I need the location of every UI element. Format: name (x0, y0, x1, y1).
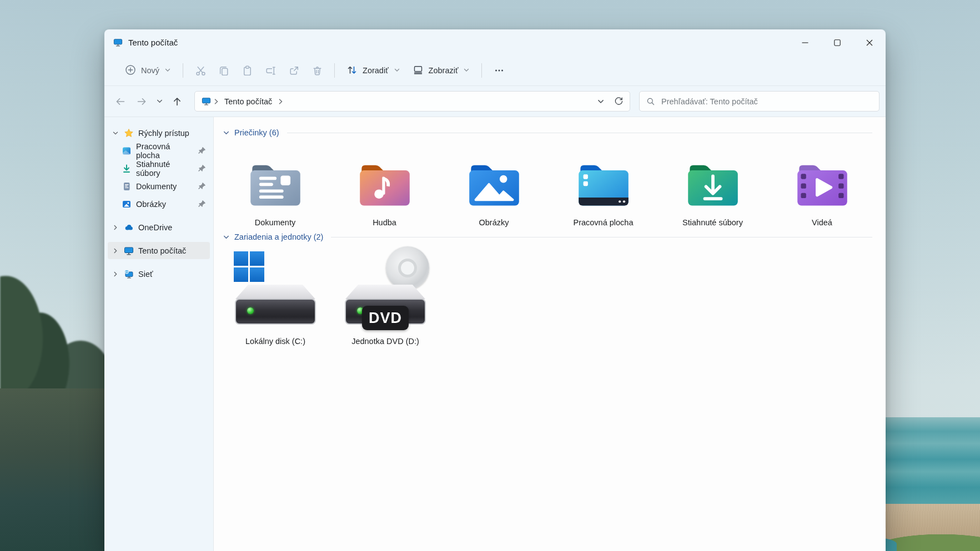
folders-grid: Dokumenty Hudba (220, 144, 877, 227)
drive-tile-local-disk[interactable]: Lokálny disk (C:) (220, 248, 330, 346)
sidebar-item-network[interactable]: Sieť (108, 265, 210, 282)
breadcrumb-root[interactable]: Tento počítač (221, 95, 275, 108)
drive-led (247, 307, 254, 314)
pictures-folder-icon (466, 160, 522, 208)
this-pc-icon (202, 97, 211, 106)
sidebar-item-label: Rýchly prístup (138, 129, 189, 138)
sidebar-item-label: Obrázky (136, 200, 166, 209)
maximize-button[interactable] (821, 29, 853, 55)
desktop-folder-icon (576, 160, 631, 208)
toolbar-separator (183, 63, 183, 78)
sidebar-item-label: OneDrive (138, 223, 172, 232)
close-button[interactable] (853, 29, 886, 55)
address-bar-row: Tento počítač (104, 86, 886, 117)
pin-icon (198, 164, 206, 173)
document-icon (122, 181, 132, 191)
hard-drive-icon (235, 285, 316, 325)
pin-icon (198, 200, 206, 208)
breadcrumb-chevron-icon (212, 98, 220, 105)
address-bar[interactable]: Tento počítač (194, 91, 630, 112)
cut-button[interactable] (189, 60, 212, 81)
recent-locations-button[interactable] (152, 91, 167, 112)
sidebar-item-label: Pracovná plocha (136, 142, 193, 160)
address-dropdown-button[interactable] (592, 93, 610, 110)
folder-tile-videos[interactable]: Videá (767, 144, 877, 227)
sidebar-item-onedrive[interactable]: OneDrive (108, 219, 210, 236)
view-button[interactable]: Zobraziť (406, 60, 476, 82)
local-disk-icon (234, 248, 317, 331)
sidebar-item-pictures[interactable]: Obrázky (108, 195, 210, 213)
sidebar-item-desktop[interactable]: Pracovná plocha (108, 142, 210, 159)
this-pc-icon (113, 38, 123, 47)
folder-label: Pracovná plocha (573, 218, 633, 227)
pin-icon (198, 182, 206, 190)
drive-label: Jednotka DVD (D:) (351, 337, 419, 346)
delete-button[interactable] (305, 60, 329, 81)
toolbar-separator (481, 63, 482, 78)
devices-grid: Lokálny disk (C:) DVD Jednotka (220, 248, 877, 346)
folder-label: Stiahnuté súbory (682, 218, 743, 227)
sidebar-item-label: Dokumenty (136, 182, 177, 191)
share-button[interactable] (282, 60, 305, 81)
download-icon (122, 164, 132, 174)
downloads-folder-icon (685, 160, 741, 208)
onedrive-cloud-icon (124, 223, 134, 232)
sidebar-item-downloads[interactable]: Stiahnuté súbory (108, 160, 210, 177)
chevron-down-icon[interactable] (112, 130, 119, 137)
section-divider (331, 237, 872, 237)
view-icon (413, 64, 424, 77)
search-input[interactable] (661, 97, 872, 106)
sort-button[interactable]: Zoradiť (340, 60, 406, 82)
more-options-button[interactable] (488, 60, 511, 81)
chevron-right-icon[interactable] (112, 224, 119, 231)
new-button[interactable]: Nový (119, 60, 177, 82)
chevron-right-icon[interactable] (112, 247, 119, 254)
new-button-label: Nový (141, 66, 159, 75)
picture-icon (122, 199, 132, 209)
chevron-right-icon[interactable] (112, 271, 119, 277)
rename-button[interactable] (259, 60, 282, 81)
sidebar-item-this-pc[interactable]: Tento počítač (108, 242, 210, 259)
chevron-down-icon (164, 66, 171, 75)
titlebar: Tento počítač (104, 29, 886, 55)
section-divider (287, 133, 872, 133)
dvd-badge: DVD (362, 306, 409, 330)
folder-tile-desktop[interactable]: Pracovná plocha (549, 144, 658, 227)
sidebar-item-label: Tento počítač (138, 246, 186, 255)
breadcrumb-chevron-icon[interactable] (277, 98, 284, 105)
disc-icon (386, 246, 429, 290)
chevron-down-icon[interactable] (223, 129, 230, 137)
sidebar-gap (104, 213, 213, 218)
folder-tile-music[interactable]: Hudba (330, 144, 439, 227)
sort-icon (346, 64, 358, 77)
folder-tile-pictures[interactable]: Obrázky (439, 144, 549, 227)
drive-tile-dvd[interactable]: DVD Jednotka DVD (D:) (330, 248, 440, 346)
paste-button[interactable] (235, 60, 259, 81)
view-button-label: Zobraziť (429, 66, 459, 75)
refresh-button[interactable] (610, 93, 627, 110)
sidebar-item-documents[interactable]: Dokumenty (108, 178, 210, 195)
folder-tile-documents[interactable]: Dokumenty (220, 144, 330, 227)
sidebar-item-quick-access[interactable]: Rýchly prístup (108, 124, 210, 141)
chevron-down-icon (463, 66, 470, 75)
search-icon (646, 97, 655, 106)
network-icon (124, 269, 134, 279)
minimize-button[interactable] (789, 29, 821, 55)
folder-tile-downloads[interactable]: Stiahnuté súbory (658, 144, 767, 227)
folder-label: Dokumenty (255, 218, 295, 227)
forward-button[interactable] (131, 91, 152, 112)
sidebar-item-label: Sieť (138, 270, 153, 279)
wallpaper-hill (0, 388, 109, 551)
sidebar-gap (104, 236, 213, 241)
toolbar-separator (334, 63, 335, 78)
copy-button[interactable] (212, 60, 235, 81)
devices-section-header[interactable]: Zariadenia a jednotky (2) (223, 230, 875, 244)
sidebar-item-label: Stiahnuté súbory (136, 160, 193, 178)
this-pc-icon (124, 246, 134, 256)
back-button[interactable] (110, 91, 131, 112)
folders-section-header[interactable]: Priečinky (6) (223, 126, 875, 139)
up-button[interactable] (167, 91, 188, 112)
chevron-down-icon[interactable] (223, 234, 230, 241)
plus-circle-icon (125, 64, 136, 77)
star-icon (124, 128, 134, 138)
